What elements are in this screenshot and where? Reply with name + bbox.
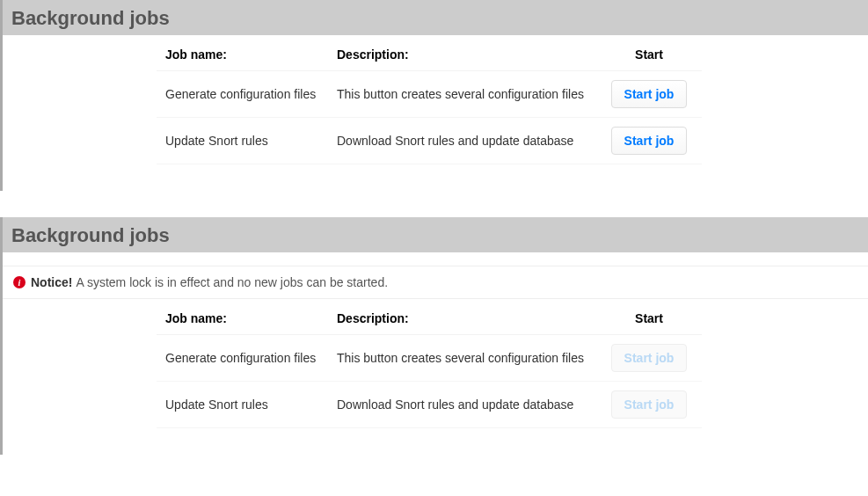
table-row: Update Snort rules Download Snort rules … (157, 118, 702, 164)
table-row: Generate configuration files This button… (157, 335, 702, 382)
start-job-button: Start job (611, 390, 688, 419)
section-header: Background jobs (3, 217, 868, 252)
job-description: This button creates several configuratio… (328, 335, 596, 382)
job-name: Update Snort rules (157, 118, 328, 164)
background-jobs-section: Background jobs Job name: Description: S… (0, 0, 868, 191)
section-title: Background jobs (11, 224, 859, 247)
notice-alert: i Notice! A system lock is in effect and… (3, 266, 868, 299)
column-header-start: Start (596, 306, 702, 335)
table-row: Generate configuration files This button… (157, 71, 702, 118)
jobs-table: Job name: Description: Start Generate co… (157, 306, 702, 428)
column-header-description: Description: (328, 42, 596, 71)
notice-strong: Notice! (31, 275, 72, 289)
notice-text: A system lock is in effect and no new jo… (76, 275, 388, 289)
column-header-name: Job name: (157, 306, 328, 335)
job-description: Download Snort rules and update database (328, 382, 596, 428)
background-jobs-section-locked: Background jobs i Notice! A system lock … (0, 217, 868, 455)
column-header-start: Start (596, 42, 702, 71)
column-header-name: Job name: (157, 42, 328, 71)
job-description: Download Snort rules and update database (328, 118, 596, 164)
info-icon: i (13, 276, 26, 288)
job-name: Generate configuration files (157, 335, 328, 382)
job-name: Generate configuration files (157, 71, 328, 118)
start-job-button: Start job (611, 344, 688, 372)
start-job-button[interactable]: Start job (611, 80, 688, 108)
section-title: Background jobs (11, 7, 859, 30)
section-header: Background jobs (3, 0, 868, 35)
table-row: Update Snort rules Download Snort rules … (157, 382, 702, 428)
column-header-description: Description: (328, 306, 596, 335)
job-description: This button creates several configuratio… (328, 71, 596, 118)
job-name: Update Snort rules (157, 382, 328, 428)
jobs-table: Job name: Description: Start Generate co… (157, 42, 702, 164)
start-job-button[interactable]: Start job (611, 127, 688, 155)
